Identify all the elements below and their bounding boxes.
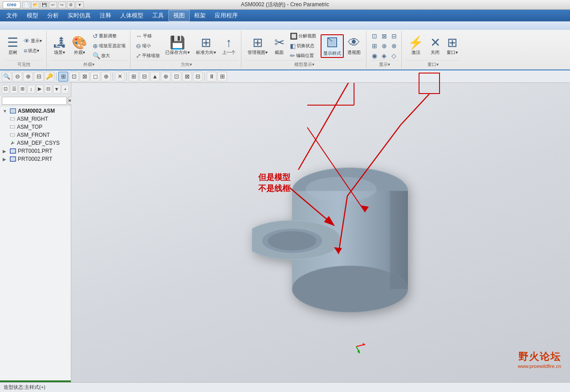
save-btn[interactable]: 💾 bbox=[40, 1, 48, 8]
saved-orient-btn[interactable]: 💾 已保存方向▾ bbox=[163, 35, 192, 57]
ribbon-group-appearance: 🏞 场景▾ 🎨 外观▾ ↺ 重新调整 ⊕ 缩放至选定项 bbox=[48, 31, 130, 69]
scene-btn[interactable]: 🏞 场景▾ bbox=[50, 35, 68, 57]
sb-btn-grid[interactable]: ⊡ bbox=[2, 85, 9, 94]
search-input[interactable] bbox=[2, 97, 67, 105]
sb-btn-expand[interactable]: ↕ bbox=[27, 85, 35, 94]
tb2-normal[interactable]: ▲ bbox=[150, 72, 160, 82]
tb2-close-view[interactable]: ✕ bbox=[115, 72, 125, 82]
sb-btn-filter[interactable]: ▼ bbox=[53, 85, 61, 94]
svg-line-11 bbox=[11, 143, 12, 144]
sb-btn-list2[interactable]: ⊞ bbox=[19, 85, 26, 94]
section-btn[interactable]: ✂ 截面 bbox=[271, 35, 287, 57]
menu-view[interactable]: 视图 bbox=[168, 10, 190, 21]
tree-expand-icon[interactable]: ▼ bbox=[3, 109, 8, 114]
appearance-icon: 🎨 bbox=[72, 37, 87, 49]
refit-btn[interactable]: ↺ 重新调整 bbox=[91, 32, 127, 41]
tree-item-asm-front[interactable]: ASM_FRONT bbox=[0, 131, 71, 139]
menu-tools[interactable]: 工具 bbox=[148, 10, 168, 21]
tb2-view3[interactable]: ◻ bbox=[90, 72, 100, 82]
menu-model[interactable]: 模型 bbox=[22, 10, 43, 21]
tb2-measure[interactable]: ⊟ bbox=[193, 72, 203, 82]
tb2-misc[interactable]: ⊞ bbox=[217, 72, 227, 82]
toggle-state-label: 切换状态 bbox=[297, 43, 314, 49]
tb2-annot[interactable]: ⊡ bbox=[171, 72, 181, 82]
disp-btn-3[interactable]: ⊟ bbox=[390, 32, 399, 41]
new-btn[interactable]: 📄 bbox=[22, 1, 30, 8]
regen-btn[interactable]: ⚙ bbox=[67, 1, 75, 8]
visibility-group-label: 可见性 bbox=[4, 60, 44, 68]
redo-btn[interactable]: ↪ bbox=[58, 1, 66, 8]
sb-btn-right[interactable]: ▶ bbox=[36, 85, 44, 94]
disp-btn-1[interactable]: ⊡ bbox=[370, 32, 379, 41]
close-btn[interactable]: ✕ 关闭 bbox=[427, 35, 443, 57]
zoom-select-btn[interactable]: ⊕ 缩放至选定项 bbox=[91, 41, 127, 50]
perspective-btn[interactable]: 👁 透视图 bbox=[345, 35, 363, 57]
tb2-snap[interactable]: ⊕ bbox=[161, 72, 171, 82]
tree-item-prt0002[interactable]: ▶ PRT0002.PRT bbox=[0, 155, 71, 163]
disp-btn-4[interactable]: ⊞ bbox=[370, 41, 379, 50]
tb2-view4[interactable]: ⊕ bbox=[101, 72, 111, 82]
svg-rect-28 bbox=[390, 191, 408, 289]
window-btn[interactable]: ⊞ 窗口▾ bbox=[444, 35, 460, 57]
disp-btn-8[interactable]: ◈ bbox=[380, 51, 389, 60]
tb2-grid[interactable]: ⊞ bbox=[129, 72, 138, 82]
sb-btn-list[interactable]: ☰ bbox=[10, 85, 18, 94]
tree-expand-prt1[interactable]: ▶ bbox=[3, 149, 8, 154]
prev-btn[interactable]: ↑ 上一个 bbox=[220, 35, 238, 57]
section-label: 截面 bbox=[275, 50, 284, 55]
menu-file[interactable]: 文件 bbox=[2, 10, 22, 21]
tb2-zoom-fit[interactable]: 🔍 bbox=[2, 72, 12, 82]
tree-item-asm0002[interactable]: ▼ ASM0002.ASM bbox=[0, 107, 71, 115]
tb2-active-view[interactable]: ⊞ bbox=[58, 72, 68, 82]
zoom-out-btn[interactable]: ⊖ 缩小 bbox=[134, 41, 162, 50]
tb2-view2[interactable]: ⊠ bbox=[80, 72, 90, 82]
menu-human[interactable]: 人体模型 bbox=[116, 10, 148, 21]
asm-icon bbox=[10, 108, 16, 114]
tree-item-asm-right[interactable]: ASM_RIGHT bbox=[0, 115, 71, 123]
tree-item-asm-top[interactable]: ASM_TOP bbox=[0, 123, 71, 131]
sb-btn-save[interactable]: ⊟ bbox=[45, 85, 52, 94]
tree-expand-prt2[interactable]: ▶ bbox=[3, 157, 8, 162]
tb2-zoom-out[interactable]: ⊖ bbox=[12, 72, 22, 82]
menu-apps[interactable]: 应用程序 bbox=[210, 10, 242, 21]
manage-view-btn[interactable]: ⊞ 管理视图▾ bbox=[245, 35, 270, 57]
undo-btn[interactable]: ↩ bbox=[49, 1, 57, 8]
status-btn[interactable]: ≡ 状态▾ bbox=[22, 46, 44, 55]
explode-btn[interactable]: 🔲 分解视图 bbox=[288, 32, 318, 41]
more-btn[interactable]: ▼ bbox=[76, 1, 84, 8]
tree-item-asm-csys[interactable]: ASM_DEF_CSYS bbox=[0, 139, 71, 147]
sb-btn-add[interactable]: + bbox=[61, 85, 69, 94]
display-style-btn[interactable]: 显示样式 bbox=[321, 34, 344, 58]
quick-access-toolbar: 📄 📂 💾 ↩ ↪ ⚙ ▼ bbox=[22, 1, 84, 8]
toggle-state-btn[interactable]: ◧ 切换状态 bbox=[288, 41, 318, 50]
viewport[interactable]: 但是模型 不是线框 野火论坛 www.proewildfire.cn bbox=[71, 83, 570, 382]
tb2-key[interactable]: 🔑 bbox=[45, 72, 54, 82]
disp-btn-2[interactable]: ⊠ bbox=[380, 32, 389, 41]
open-btn[interactable]: 📂 bbox=[31, 1, 39, 8]
edit-pos-btn[interactable]: ✏ 编辑位置 bbox=[288, 51, 318, 60]
activate-btn[interactable]: ⚡ 激活 bbox=[405, 35, 426, 57]
tb2-filter[interactable]: ⊠ bbox=[182, 72, 192, 82]
menu-simulation[interactable]: 实时仿真 bbox=[63, 10, 95, 21]
tb2-datum[interactable]: ⊟ bbox=[139, 72, 149, 82]
disp-btn-7[interactable]: ◉ bbox=[370, 51, 379, 60]
std-orient-btn[interactable]: ⊞ 标准方向▾ bbox=[193, 35, 219, 57]
disp-btn-6[interactable]: ⊗ bbox=[390, 41, 399, 50]
disp-btn-9[interactable]: ◇ bbox=[390, 51, 399, 60]
menu-annotation[interactable]: 注释 bbox=[95, 10, 116, 21]
disp-btn-5[interactable]: ⊕ bbox=[380, 41, 389, 50]
tree-item-prt0001[interactable]: ▶ PRT0001.PRT bbox=[0, 147, 71, 155]
tb2-zoom-in[interactable]: ⊕ bbox=[23, 72, 33, 82]
pan-zoom-label: 平移缩放 bbox=[142, 53, 160, 59]
menu-analysis[interactable]: 分析 bbox=[43, 10, 63, 21]
zoom-in-btn[interactable]: 🔍 放大 bbox=[91, 51, 127, 60]
appearance-btn[interactable]: 🎨 外观▾ bbox=[69, 35, 90, 57]
menu-framework[interactable]: 框架 bbox=[190, 10, 210, 21]
tb2-pause[interactable]: ⏸ bbox=[207, 72, 216, 82]
pan-zoom-btn[interactable]: ⤢ 平移缩放 bbox=[134, 51, 162, 60]
layer-tree-btn[interactable]: ☰ 层树 bbox=[4, 35, 21, 57]
tb2-view1[interactable]: ⊡ bbox=[69, 72, 79, 82]
display-btn[interactable]: 👁 显示▾ bbox=[22, 37, 44, 45]
tb2-zoom-area[interactable]: ⊟ bbox=[34, 72, 44, 82]
pan-btn[interactable]: ↔ 平移 bbox=[134, 32, 162, 41]
